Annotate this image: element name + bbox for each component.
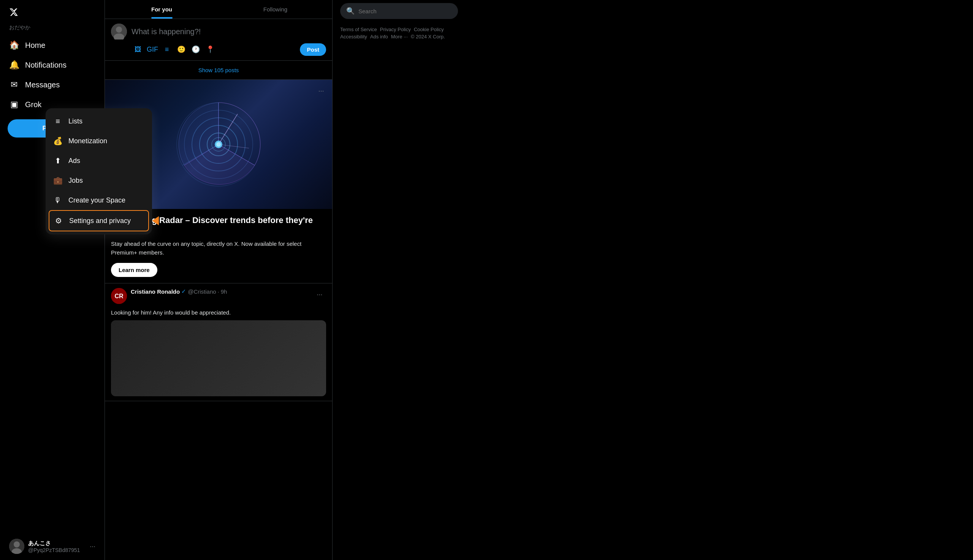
menu-item-ads[interactable]: ⬆ Ads: [46, 151, 152, 171]
menu-item-label-monetization: Monetization: [68, 137, 107, 145]
post-user-name-row: Cristiano Ronaldo ✓ @Cristiano · 9h: [131, 288, 309, 295]
user-info: あんこさ @Pyq2PzTSBd87951: [28, 540, 86, 553]
post-user-info: Cristiano Ronaldo ✓ @Cristiano · 9h: [131, 288, 309, 295]
footer-terms[interactable]: Terms of Service: [340, 27, 377, 32]
compose-avatar: [111, 23, 127, 40]
menu-item-label-jobs: Jobs: [68, 177, 83, 185]
footer-more[interactable]: More ···: [391, 34, 408, 40]
x-logo-icon: [9, 7, 18, 18]
username-label: おだやか: [5, 23, 100, 33]
post-user-name[interactable]: Cristiano Ronaldo: [131, 288, 180, 295]
home-icon: 🏠: [9, 40, 19, 50]
compose-post-button[interactable]: Post: [300, 43, 326, 56]
footer-privacy[interactable]: Privacy Policy: [380, 27, 411, 32]
sidebar-item-label-messages: Messages: [25, 80, 60, 89]
main-feed: For you Following What is happening?! 🖼 …: [105, 0, 332, 560]
compose-schedule-icon[interactable]: 🕐: [189, 43, 202, 56]
sidebar-item-messages[interactable]: ✉ Messages: [5, 75, 100, 94]
show-posts-bar[interactable]: Show 105 posts: [105, 61, 332, 80]
post-text: Looking for him! Any info would be appre…: [105, 308, 332, 320]
ronaldo-post-card: CR Cristiano Ronaldo ✓ @Cristiano · 9h ·…: [105, 283, 332, 401]
menu-item-jobs[interactable]: 💼 Jobs: [46, 171, 152, 190]
menu-item-settings[interactable]: ⚙ Settings and privacy: [48, 210, 149, 232]
post-user-handle: @Cristiano: [188, 288, 216, 295]
sidebar-user-profile[interactable]: あんこさ @Pyq2PzTSBd87951 ···: [5, 536, 100, 557]
verified-badge: ✓: [181, 288, 186, 295]
lists-icon: ≡: [53, 117, 62, 126]
learn-more-button[interactable]: Learn more: [111, 263, 157, 277]
compose-location-icon[interactable]: 📍: [204, 43, 217, 56]
compose-list-icon[interactable]: ≡: [160, 43, 173, 56]
second-post-more[interactable]: ···: [313, 288, 326, 301]
compose-emoji-icon[interactable]: 🙂: [175, 43, 188, 56]
menu-item-create-space[interactable]: 🎙 Create your Space: [46, 190, 152, 210]
post-thumbnail: [111, 320, 326, 396]
search-input[interactable]: [359, 8, 452, 15]
svg-text:CR: CR: [114, 293, 124, 299]
ads-icon: ⬆: [53, 156, 62, 165]
footer-cookie[interactable]: Cookie Policy: [414, 27, 444, 32]
x-logo[interactable]: [5, 3, 23, 21]
svg-point-1: [14, 542, 20, 547]
footer-links: Terms of Service Privacy Policy Cookie P…: [340, 25, 458, 41]
footer-copyright: © 2024 X Corp.: [411, 34, 445, 40]
compose-toolbar: 🖼 GIF ≡ 🙂 🕐 📍 Post: [132, 43, 326, 56]
footer-ads-info[interactable]: Ads info: [370, 34, 388, 40]
svg-line-17: [219, 114, 237, 144]
menu-item-monetization[interactable]: 💰 Monetization: [46, 131, 152, 151]
menu-item-label-lists: Lists: [68, 117, 82, 125]
right-sidebar: 🔍 Terms of Service Privacy Policy Cookie…: [332, 0, 466, 560]
tab-following[interactable]: Following: [219, 0, 332, 18]
menu-item-label-create-space: Create your Space: [68, 197, 125, 204]
post-timestamp: 9h: [221, 288, 227, 295]
svg-point-4: [116, 27, 122, 33]
post-avatar: CR: [111, 288, 127, 304]
search-icon: 🔍: [346, 7, 355, 15]
arrow-indicator: [152, 216, 159, 225]
messages-icon: ✉: [9, 80, 19, 90]
radar-post-desc: Stay ahead of the curve on any topic, di…: [111, 240, 326, 257]
sidebar-item-home[interactable]: 🏠 Home: [5, 36, 100, 55]
grok-icon: ▣: [9, 100, 19, 109]
monetization-icon: 💰: [53, 137, 62, 145]
post-time: ·: [218, 288, 219, 295]
feed-tabs: For you Following: [105, 0, 332, 19]
jobs-icon: 💼: [53, 176, 62, 185]
user-menu-dots[interactable]: ···: [90, 543, 95, 550]
sidebar-item-label-grok: Grok: [25, 100, 42, 109]
sidebar-item-label-home: Home: [25, 41, 45, 50]
avatar: [9, 539, 24, 554]
compose-placeholder[interactable]: What is happening?!: [132, 23, 326, 40]
radar-post-more[interactable]: ···: [315, 84, 328, 97]
menu-item-lists[interactable]: ≡ Lists: [46, 111, 152, 131]
compose-right: What is happening?! 🖼 GIF ≡ 🙂 🕐 📍 Post: [132, 23, 326, 56]
notifications-icon: 🔔: [9, 60, 19, 70]
compose-area: What is happening?! 🖼 GIF ≡ 🙂 🕐 📍 Post: [105, 19, 332, 61]
sidebar-item-notifications[interactable]: 🔔 Notifications: [5, 55, 100, 75]
settings-icon: ⚙: [54, 216, 63, 225]
display-name: あんこさ: [28, 540, 86, 547]
footer-accessibility[interactable]: Accessibility: [340, 34, 367, 40]
compose-image-icon[interactable]: 🖼: [132, 43, 144, 56]
menu-item-label-settings: Settings and privacy: [69, 217, 131, 225]
sidebar-item-label-notifications: Notifications: [25, 61, 67, 70]
radar-svg: [173, 99, 264, 190]
compose-gif-icon[interactable]: GIF: [146, 43, 159, 56]
search-bar[interactable]: 🔍: [340, 3, 458, 19]
popup-menu: ≡ Lists 💰 Monetization ⬆ Ads 💼 Jobs 🎙 Cr…: [46, 108, 152, 234]
post-user-row: CR Cristiano Ronaldo ✓ @Cristiano · 9h ·…: [105, 283, 332, 308]
create-space-icon: 🎙: [53, 196, 62, 205]
menu-item-label-ads: Ads: [68, 157, 80, 165]
user-handle: @Pyq2PzTSBd87951: [28, 547, 86, 553]
tab-for-you[interactable]: For you: [105, 0, 219, 18]
left-sidebar: おだやか 🏠 Home 🔔 Notifications ✉ Messages ▣…: [0, 0, 105, 560]
